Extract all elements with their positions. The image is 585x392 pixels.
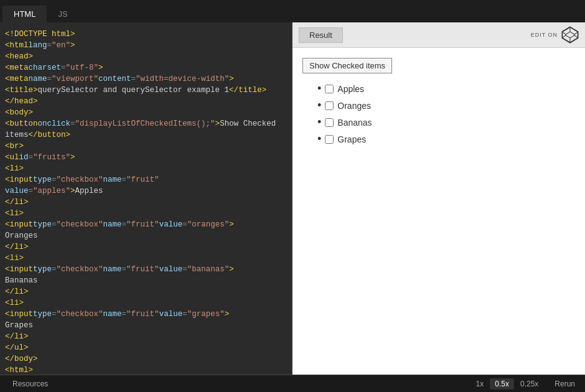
edit-on-text: EDIT ON (531, 32, 558, 38)
result-panel: Result EDIT ON Show Checked items (292, 22, 585, 375)
code-line: <li> (0, 253, 292, 264)
fruit-item-grapes: Grapes (317, 133, 575, 146)
fruit-label-grapes: Grapes (337, 134, 366, 144)
zoom-half-button[interactable]: 0.5x (490, 378, 514, 390)
code-line: <meta charset="utf-8"> (0, 62, 292, 73)
code-line: </li> (0, 286, 292, 297)
code-line: </li> (0, 331, 292, 342)
code-line: <input type="checkbox" name="fruit" valu… (0, 309, 292, 320)
code-line: <html lang="en"> (0, 40, 292, 51)
svg-marker-1 (566, 32, 574, 38)
fruit-label-oranges: Oranges (337, 101, 371, 111)
zoom-1x-button[interactable]: 1x (471, 378, 489, 390)
code-line: <meta name="viewport" content="width=dev… (0, 73, 292, 85)
checkbox-oranges[interactable] (325, 101, 334, 110)
code-line: </li> (0, 197, 292, 208)
checkbox-apples[interactable] (325, 85, 334, 93)
code-line: </ul> (0, 342, 292, 353)
code-line: <ul id="fruits"> (0, 152, 292, 163)
rerun-button[interactable]: Rerun (550, 378, 580, 390)
code-line: Grapes (0, 320, 292, 331)
zoom-quarter-button[interactable]: 0.25x (515, 378, 543, 390)
tab-html[interactable]: HTML (2, 6, 47, 22)
checkbox-grapes[interactable] (325, 135, 334, 144)
code-line: <button onclick="displayListOfCheckedIte… (0, 118, 292, 129)
show-checked-button[interactable]: Show Checked items (302, 58, 392, 73)
codepen-logo-icon (561, 26, 579, 44)
code-line: </li> (0, 241, 292, 253)
code-line: <input type="checkbox" name="fruit" valu… (0, 264, 292, 275)
code-line: items</button> (0, 129, 292, 141)
fruit-list: Apples Oranges Bananas Grapes (302, 82, 575, 146)
code-line: value="apples">Apples (0, 185, 292, 197)
fruit-label-apples: Apples (337, 84, 364, 94)
main-content: <!DOCTYPE html> <html lang="en"> <head> … (0, 22, 585, 375)
code-line: </head> (0, 96, 292, 107)
code-line: <li> (0, 163, 292, 174)
result-tab[interactable]: Result (299, 27, 343, 43)
resources-button[interactable]: Resources (7, 378, 53, 390)
fruit-label-bananas: Bananas (337, 118, 372, 128)
code-panel[interactable]: <!DOCTYPE html> <html lang="en"> <head> … (0, 22, 292, 375)
tab-bar: HTML JS (0, 0, 585, 22)
code-line: <title>querySelector and querySelector e… (0, 85, 292, 96)
code-line: Oranges (0, 230, 292, 241)
code-line: Bananas (0, 275, 292, 286)
result-content: Show Checked items Apples Oranges Banana… (292, 48, 585, 375)
code-line: </body> (0, 353, 292, 365)
bottom-left: Resources (0, 378, 466, 390)
code-line: <head> (0, 51, 292, 62)
fruit-item-bananas: Bananas (317, 116, 575, 129)
code-line: <li> (0, 208, 292, 219)
codepen-brand: EDIT ON (531, 26, 579, 44)
fruit-item-oranges: Oranges (317, 99, 575, 112)
tab-js[interactable]: JS (47, 6, 78, 22)
fruit-item-apples: Apples (317, 82, 575, 95)
code-line: <input type="checkbox" name="fruit" (0, 174, 292, 185)
code-line: <!DOCTYPE html> (0, 29, 292, 40)
code-line: <br> (0, 141, 292, 152)
bottom-bar: Resources 1x 0.5x 0.25x Rerun (0, 375, 585, 392)
code-line: <html> (0, 365, 292, 375)
checkbox-bananas[interactable] (325, 118, 334, 127)
result-header: Result EDIT ON (292, 22, 585, 48)
code-line: <input type="checkbox" name="fruit" valu… (0, 219, 292, 230)
code-line: <body> (0, 107, 292, 118)
zoom-controls: 1x 0.5x 0.25x Rerun (466, 378, 585, 390)
code-line: <li> (0, 297, 292, 309)
